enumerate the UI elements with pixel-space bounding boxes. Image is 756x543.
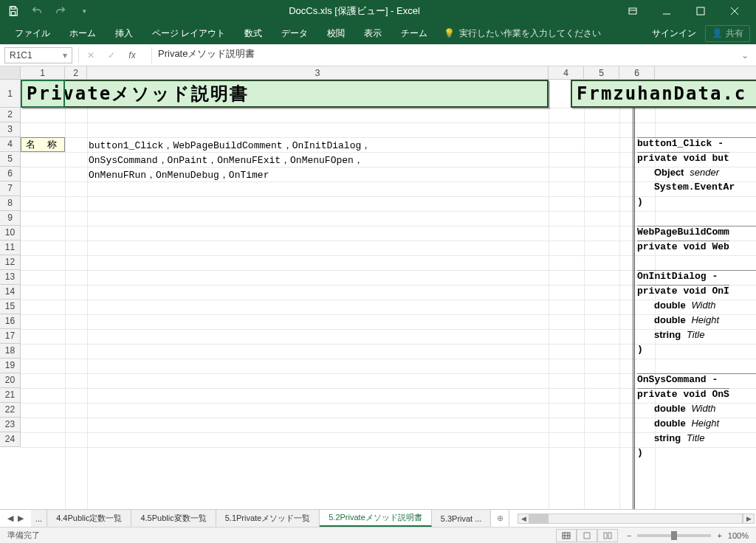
horizontal-scrollbar[interactable]: ◀ ▶ — [516, 510, 756, 527]
svg-rect-1 — [11, 12, 15, 15]
sheet-nav-prev-icon[interactable]: ◀ — [7, 513, 13, 523]
zoom-in-icon[interactable]: + — [717, 531, 721, 540]
col-header-5[interactable]: 5 — [584, 66, 619, 79]
tab-home[interactable]: ホーム — [61, 23, 105, 44]
tab-data[interactable]: データ — [272, 23, 317, 44]
view-page-layout-icon[interactable] — [577, 529, 597, 542]
row-header-1[interactable]: 1 — [0, 80, 20, 108]
row-header-5[interactable]: 5 — [0, 152, 20, 167]
zoom-percent[interactable]: 100% — [728, 531, 749, 540]
sheet-nav-next-icon[interactable]: ▶ — [18, 513, 24, 523]
row-header-12[interactable]: 12 — [0, 255, 20, 270]
row-header-13[interactable]: 13 — [0, 270, 20, 285]
sheet-tab-5[interactable]: 5.3Privat ... — [432, 510, 492, 527]
row-header-18[interactable]: 18 — [0, 344, 20, 359]
zoom-control: − + 100% — [627, 531, 749, 540]
hscroll-track[interactable] — [529, 513, 743, 524]
tab-page-layout[interactable]: ページ レイアウト — [143, 23, 234, 44]
row-header-6[interactable]: 6 — [0, 167, 20, 181]
name-box[interactable]: R1C1 ▾ — [4, 47, 72, 63]
hscroll-left-icon[interactable]: ◀ — [518, 513, 529, 524]
zoom-out-icon[interactable]: − — [627, 531, 631, 540]
redo-icon[interactable] — [52, 2, 69, 20]
tab-insert[interactable]: 挿入 — [106, 23, 142, 44]
chevron-down-icon[interactable]: ▾ — [63, 50, 67, 60]
row-header-20[interactable]: 20 — [0, 373, 20, 388]
row-header-11[interactable]: 11 — [0, 241, 20, 255]
ribbon-display-icon[interactable] — [616, 0, 650, 22]
row-header-3[interactable]: 3 — [0, 122, 20, 137]
tab-review[interactable]: 校閲 — [318, 23, 354, 44]
row-header-8[interactable]: 8 — [0, 196, 20, 211]
tab-team[interactable]: チーム — [392, 23, 436, 44]
cancel-icon[interactable]: ✕ — [85, 49, 97, 61]
select-all-corner[interactable] — [0, 66, 21, 79]
close-icon[interactable] — [718, 0, 752, 22]
sheet-nav: ◀ ▶ — [0, 510, 31, 527]
tab-formulas[interactable]: 数式 — [236, 23, 271, 44]
col-header-3[interactable]: 3 — [87, 66, 549, 79]
save-icon[interactable] — [4, 2, 22, 20]
col-header-1[interactable]: 1 — [21, 66, 65, 79]
tell-me-placeholder: 実行したい作業を入力してください — [459, 27, 601, 40]
col-header-6[interactable]: 6 — [619, 66, 655, 79]
page-title: Privateメソッド説明書 — [21, 80, 549, 108]
row-header-19[interactable]: 19 — [0, 359, 20, 373]
sheet-tab-2[interactable]: 4.5Public変数一覧 — [131, 510, 216, 527]
m4-param1: double Width — [654, 403, 716, 415]
row-header-4[interactable]: 4 — [0, 137, 20, 152]
tell-me-search[interactable]: 💡 実行したい作業を入力してください — [438, 27, 607, 40]
person-icon: 👤 — [712, 28, 723, 38]
add-sheet-icon[interactable]: ⊕ — [491, 510, 509, 527]
row-header-21[interactable]: 21 — [0, 388, 20, 403]
fx-icon[interactable]: fx — [126, 49, 138, 61]
sheet-tab-3[interactable]: 5.1Privateメソッド一覧 — [216, 510, 320, 527]
sheet-tab-1[interactable]: 4.4Public定数一覧 — [47, 510, 131, 527]
row-header-14[interactable]: 14 — [0, 285, 20, 300]
minimize-icon[interactable] — [650, 0, 684, 22]
row-header-15[interactable]: 15 — [0, 300, 20, 314]
m3-signature: private void OnI — [637, 285, 729, 297]
row-header-16[interactable]: 16 — [0, 314, 20, 329]
row-header-9[interactable]: 9 — [0, 211, 20, 226]
row-header-7[interactable]: 7 — [0, 181, 20, 196]
m1-param1: Object sender — [654, 167, 719, 179]
tab-file[interactable]: ファイル — [6, 23, 59, 44]
formula-input[interactable]: Privateメソッド説明書 — [151, 47, 738, 63]
view-normal-icon[interactable] — [556, 529, 577, 542]
m4-signature: private void OnS — [637, 388, 729, 400]
hscroll-right-icon[interactable]: ▶ — [743, 513, 755, 524]
sheet-tabs-row: ◀ ▶ ... 4.4Public定数一覧 4.5Public変数一覧 5.1P… — [0, 509, 756, 527]
view-page-break-icon[interactable] — [597, 529, 618, 542]
signin-link[interactable]: サインイン — [652, 27, 696, 40]
col-header-4[interactable]: 4 — [549, 66, 584, 79]
zoom-slider[interactable] — [637, 534, 711, 537]
row-header-24[interactable]: 24 — [0, 432, 20, 447]
col-header-2[interactable]: 2 — [65, 66, 87, 79]
undo-icon[interactable] — [28, 2, 46, 20]
sheet-tab-4-active[interactable]: 5.2Privateメソッド説明書 — [320, 510, 432, 527]
spreadsheet-grid[interactable]: 1 2 3 4 5 6 1 2 3 4 5 6 7 8 9 10 11 12 1… — [0, 66, 756, 509]
row-header-17[interactable]: 17 — [0, 329, 20, 344]
zoom-slider-handle[interactable] — [671, 531, 677, 540]
share-button[interactable]: 👤 共有 — [705, 25, 750, 42]
hscroll-thumb[interactable] — [530, 514, 549, 523]
row-header-23[interactable]: 23 — [0, 418, 20, 432]
m4-close: ) — [637, 447, 643, 458]
row-header-2[interactable]: 2 — [0, 108, 20, 122]
tab-view[interactable]: 表示 — [355, 23, 391, 44]
row-header-10[interactable]: 10 — [0, 226, 20, 241]
formula-expand-icon[interactable]: ⌄ — [738, 50, 752, 60]
formula-bar-row: R1C1 ▾ ✕ ✓ fx Privateメソッド説明書 ⌄ — [0, 44, 756, 66]
share-label: 共有 — [726, 27, 743, 40]
ribbon-tabs: ファイル ホーム 挿入 ページ レイアウト 数式 データ 校閲 表示 チーム 💡… — [0, 22, 756, 44]
status-ready: 準備完了 — [7, 530, 556, 541]
qat-dropdown-icon[interactable]: ▾ — [75, 2, 93, 20]
m3-close: ) — [637, 344, 643, 355]
row-header-22[interactable]: 22 — [0, 403, 20, 418]
maximize-icon[interactable] — [684, 0, 718, 22]
m2-header: WebPageBuildComm — [637, 226, 756, 238]
m1-signature: private void but — [637, 152, 729, 164]
sheet-tab-more[interactable]: ... — [31, 510, 47, 527]
enter-icon[interactable]: ✓ — [106, 49, 117, 61]
